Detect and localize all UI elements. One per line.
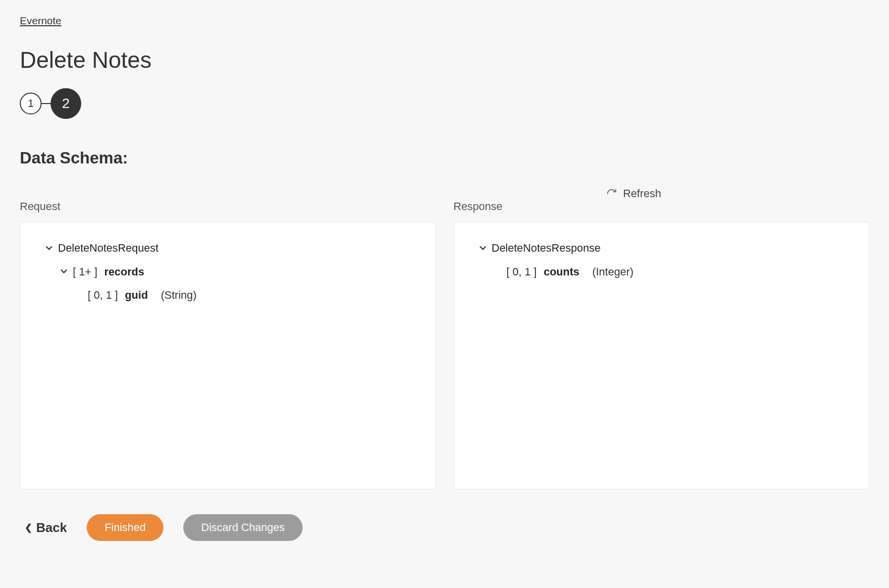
discard-changes-button[interactable]: Discard Changes	[183, 514, 303, 541]
tree-node-root-request[interactable]: DeleteNotesRequest	[35, 236, 420, 260]
field-type-guid: (String)	[161, 285, 197, 305]
request-panel: Request DeleteNotesRequest [ 1+ ] record…	[20, 200, 436, 489]
finished-button[interactable]: Finished	[87, 514, 163, 541]
cardinality-label: [ 0, 1 ]	[88, 285, 118, 305]
field-name-guid: guid	[125, 285, 148, 305]
stepper: 1 2	[20, 88, 869, 119]
response-panel: Response DeleteNotesResponse [ 0, 1 ] co…	[454, 200, 870, 489]
back-button[interactable]: ❮ Back	[25, 520, 67, 535]
back-label: Back	[36, 520, 67, 535]
field-type-counts: (Integer)	[592, 262, 633, 282]
cardinality-label: [ 1+ ]	[73, 262, 98, 282]
footer-actions: ❮ Back Finished Discard Changes	[20, 514, 869, 541]
refresh-label: Refresh	[623, 187, 661, 200]
chevron-down-icon[interactable]	[45, 245, 53, 252]
response-panel-box: DeleteNotesResponse [ 0, 1 ] counts (Int…	[454, 222, 870, 489]
chevron-down-icon[interactable]	[479, 245, 487, 252]
tree-node-guid[interactable]: [ 0, 1 ] guid (String)	[35, 283, 420, 307]
field-name-records: records	[105, 262, 145, 282]
step-connector	[42, 103, 51, 104]
response-panel-label: Response	[454, 200, 870, 213]
section-heading-data-schema: Data Schema:	[20, 149, 869, 167]
tree-node-records[interactable]: [ 1+ ] records	[35, 260, 420, 284]
refresh-icon	[606, 188, 617, 199]
chevron-left-icon: ❮	[25, 522, 32, 533]
step-2[interactable]: 2	[51, 88, 81, 119]
request-panel-box: DeleteNotesRequest [ 1+ ] records [ 0, 1…	[20, 222, 436, 489]
breadcrumb-evernote[interactable]: Evernote	[20, 15, 61, 27]
schema-root-name: DeleteNotesResponse	[492, 238, 601, 258]
refresh-button[interactable]: Refresh	[606, 187, 661, 200]
request-panel-label: Request	[20, 200, 436, 213]
tree-node-root-response[interactable]: DeleteNotesResponse	[469, 236, 854, 260]
chevron-down-icon[interactable]	[60, 268, 68, 275]
field-name-counts: counts	[544, 262, 579, 282]
page-title: Delete Notes	[20, 47, 869, 73]
schema-root-name: DeleteNotesRequest	[58, 238, 158, 258]
tree-node-counts[interactable]: [ 0, 1 ] counts (Integer)	[469, 260, 854, 284]
step-1[interactable]: 1	[20, 93, 42, 114]
cardinality-label: [ 0, 1 ]	[507, 262, 537, 282]
